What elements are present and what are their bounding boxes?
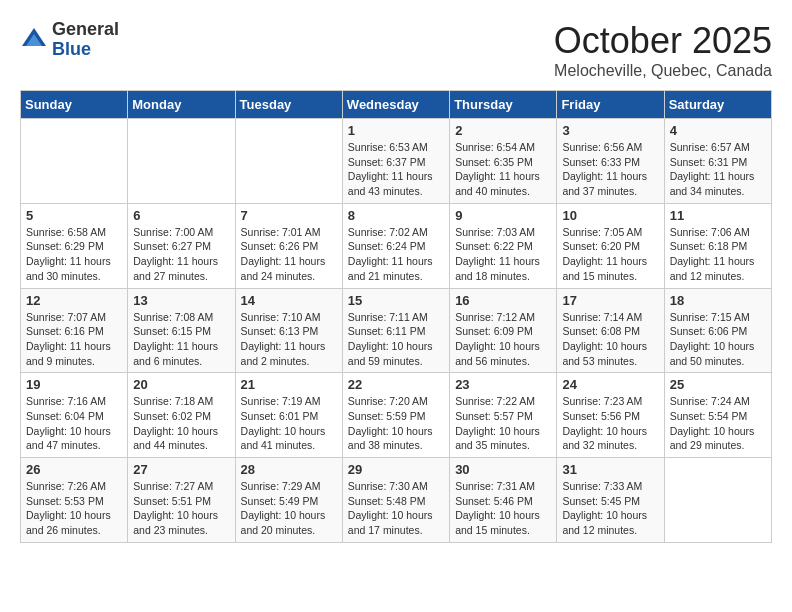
day-number: 3 <box>562 123 658 138</box>
day-info: Sunrise: 7:05 AM Sunset: 6:20 PM Dayligh… <box>562 225 658 284</box>
day-number: 27 <box>133 462 229 477</box>
calendar-table: SundayMondayTuesdayWednesdayThursdayFrid… <box>20 90 772 543</box>
calendar-cell: 31Sunrise: 7:33 AM Sunset: 5:45 PM Dayli… <box>557 458 664 543</box>
day-number: 10 <box>562 208 658 223</box>
day-number: 20 <box>133 377 229 392</box>
calendar-cell: 27Sunrise: 7:27 AM Sunset: 5:51 PM Dayli… <box>128 458 235 543</box>
calendar-cell: 20Sunrise: 7:18 AM Sunset: 6:02 PM Dayli… <box>128 373 235 458</box>
weekday-header: Saturday <box>664 91 771 119</box>
month-title: October 2025 <box>554 20 772 62</box>
calendar-cell: 28Sunrise: 7:29 AM Sunset: 5:49 PM Dayli… <box>235 458 342 543</box>
day-number: 4 <box>670 123 766 138</box>
calendar-cell: 19Sunrise: 7:16 AM Sunset: 6:04 PM Dayli… <box>21 373 128 458</box>
calendar-week-row: 26Sunrise: 7:26 AM Sunset: 5:53 PM Dayli… <box>21 458 772 543</box>
day-info: Sunrise: 7:10 AM Sunset: 6:13 PM Dayligh… <box>241 310 337 369</box>
day-number: 23 <box>455 377 551 392</box>
day-info: Sunrise: 7:20 AM Sunset: 5:59 PM Dayligh… <box>348 394 444 453</box>
calendar-cell: 17Sunrise: 7:14 AM Sunset: 6:08 PM Dayli… <box>557 288 664 373</box>
day-number: 1 <box>348 123 444 138</box>
day-number: 29 <box>348 462 444 477</box>
day-info: Sunrise: 7:06 AM Sunset: 6:18 PM Dayligh… <box>670 225 766 284</box>
weekday-header: Thursday <box>450 91 557 119</box>
calendar-cell: 15Sunrise: 7:11 AM Sunset: 6:11 PM Dayli… <box>342 288 449 373</box>
weekday-header: Wednesday <box>342 91 449 119</box>
day-number: 30 <box>455 462 551 477</box>
day-number: 12 <box>26 293 122 308</box>
logo-general-label: General <box>52 20 119 40</box>
calendar-cell: 10Sunrise: 7:05 AM Sunset: 6:20 PM Dayli… <box>557 203 664 288</box>
calendar-cell: 4Sunrise: 6:57 AM Sunset: 6:31 PM Daylig… <box>664 119 771 204</box>
calendar-cell: 25Sunrise: 7:24 AM Sunset: 5:54 PM Dayli… <box>664 373 771 458</box>
day-number: 28 <box>241 462 337 477</box>
day-number: 14 <box>241 293 337 308</box>
day-number: 24 <box>562 377 658 392</box>
day-info: Sunrise: 6:53 AM Sunset: 6:37 PM Dayligh… <box>348 140 444 199</box>
day-info: Sunrise: 7:16 AM Sunset: 6:04 PM Dayligh… <box>26 394 122 453</box>
calendar-cell <box>21 119 128 204</box>
day-info: Sunrise: 7:23 AM Sunset: 5:56 PM Dayligh… <box>562 394 658 453</box>
calendar-cell: 3Sunrise: 6:56 AM Sunset: 6:33 PM Daylig… <box>557 119 664 204</box>
logo-text: General Blue <box>52 20 119 60</box>
day-number: 7 <box>241 208 337 223</box>
weekday-header: Tuesday <box>235 91 342 119</box>
day-info: Sunrise: 7:11 AM Sunset: 6:11 PM Dayligh… <box>348 310 444 369</box>
calendar-cell <box>664 458 771 543</box>
day-number: 25 <box>670 377 766 392</box>
calendar-cell: 26Sunrise: 7:26 AM Sunset: 5:53 PM Dayli… <box>21 458 128 543</box>
day-info: Sunrise: 7:15 AM Sunset: 6:06 PM Dayligh… <box>670 310 766 369</box>
day-info: Sunrise: 7:01 AM Sunset: 6:26 PM Dayligh… <box>241 225 337 284</box>
calendar-cell: 14Sunrise: 7:10 AM Sunset: 6:13 PM Dayli… <box>235 288 342 373</box>
logo-blue-label: Blue <box>52 40 119 60</box>
day-info: Sunrise: 7:27 AM Sunset: 5:51 PM Dayligh… <box>133 479 229 538</box>
day-info: Sunrise: 7:14 AM Sunset: 6:08 PM Dayligh… <box>562 310 658 369</box>
day-info: Sunrise: 7:30 AM Sunset: 5:48 PM Dayligh… <box>348 479 444 538</box>
calendar-cell: 2Sunrise: 6:54 AM Sunset: 6:35 PM Daylig… <box>450 119 557 204</box>
day-info: Sunrise: 7:08 AM Sunset: 6:15 PM Dayligh… <box>133 310 229 369</box>
day-info: Sunrise: 7:29 AM Sunset: 5:49 PM Dayligh… <box>241 479 337 538</box>
calendar-cell: 1Sunrise: 6:53 AM Sunset: 6:37 PM Daylig… <box>342 119 449 204</box>
calendar-cell: 5Sunrise: 6:58 AM Sunset: 6:29 PM Daylig… <box>21 203 128 288</box>
weekday-header: Monday <box>128 91 235 119</box>
day-number: 22 <box>348 377 444 392</box>
calendar-cell: 18Sunrise: 7:15 AM Sunset: 6:06 PM Dayli… <box>664 288 771 373</box>
calendar-cell: 13Sunrise: 7:08 AM Sunset: 6:15 PM Dayli… <box>128 288 235 373</box>
day-info: Sunrise: 7:19 AM Sunset: 6:01 PM Dayligh… <box>241 394 337 453</box>
weekday-header: Sunday <box>21 91 128 119</box>
logo: General Blue <box>20 20 119 60</box>
calendar-week-row: 12Sunrise: 7:07 AM Sunset: 6:16 PM Dayli… <box>21 288 772 373</box>
calendar-cell: 8Sunrise: 7:02 AM Sunset: 6:24 PM Daylig… <box>342 203 449 288</box>
calendar-cell: 12Sunrise: 7:07 AM Sunset: 6:16 PM Dayli… <box>21 288 128 373</box>
day-number: 19 <box>26 377 122 392</box>
day-info: Sunrise: 7:18 AM Sunset: 6:02 PM Dayligh… <box>133 394 229 453</box>
day-number: 13 <box>133 293 229 308</box>
day-info: Sunrise: 6:57 AM Sunset: 6:31 PM Dayligh… <box>670 140 766 199</box>
location-label: Melocheville, Quebec, Canada <box>554 62 772 80</box>
calendar-cell: 24Sunrise: 7:23 AM Sunset: 5:56 PM Dayli… <box>557 373 664 458</box>
day-info: Sunrise: 7:33 AM Sunset: 5:45 PM Dayligh… <box>562 479 658 538</box>
calendar-cell: 22Sunrise: 7:20 AM Sunset: 5:59 PM Dayli… <box>342 373 449 458</box>
day-number: 15 <box>348 293 444 308</box>
day-number: 8 <box>348 208 444 223</box>
calendar-cell: 7Sunrise: 7:01 AM Sunset: 6:26 PM Daylig… <box>235 203 342 288</box>
calendar-cell: 11Sunrise: 7:06 AM Sunset: 6:18 PM Dayli… <box>664 203 771 288</box>
day-info: Sunrise: 7:12 AM Sunset: 6:09 PM Dayligh… <box>455 310 551 369</box>
calendar-cell: 9Sunrise: 7:03 AM Sunset: 6:22 PM Daylig… <box>450 203 557 288</box>
day-info: Sunrise: 6:58 AM Sunset: 6:29 PM Dayligh… <box>26 225 122 284</box>
day-number: 6 <box>133 208 229 223</box>
day-info: Sunrise: 7:00 AM Sunset: 6:27 PM Dayligh… <box>133 225 229 284</box>
day-info: Sunrise: 6:54 AM Sunset: 6:35 PM Dayligh… <box>455 140 551 199</box>
day-number: 11 <box>670 208 766 223</box>
day-info: Sunrise: 7:26 AM Sunset: 5:53 PM Dayligh… <box>26 479 122 538</box>
day-number: 5 <box>26 208 122 223</box>
title-block: October 2025 Melocheville, Quebec, Canad… <box>554 20 772 80</box>
day-info: Sunrise: 7:31 AM Sunset: 5:46 PM Dayligh… <box>455 479 551 538</box>
day-number: 17 <box>562 293 658 308</box>
calendar-cell: 30Sunrise: 7:31 AM Sunset: 5:46 PM Dayli… <box>450 458 557 543</box>
calendar-cell <box>128 119 235 204</box>
day-info: Sunrise: 7:03 AM Sunset: 6:22 PM Dayligh… <box>455 225 551 284</box>
page-header: General Blue October 2025 Melocheville, … <box>20 20 772 80</box>
calendar-cell: 21Sunrise: 7:19 AM Sunset: 6:01 PM Dayli… <box>235 373 342 458</box>
weekday-header-row: SundayMondayTuesdayWednesdayThursdayFrid… <box>21 91 772 119</box>
day-number: 18 <box>670 293 766 308</box>
calendar-cell: 23Sunrise: 7:22 AM Sunset: 5:57 PM Dayli… <box>450 373 557 458</box>
